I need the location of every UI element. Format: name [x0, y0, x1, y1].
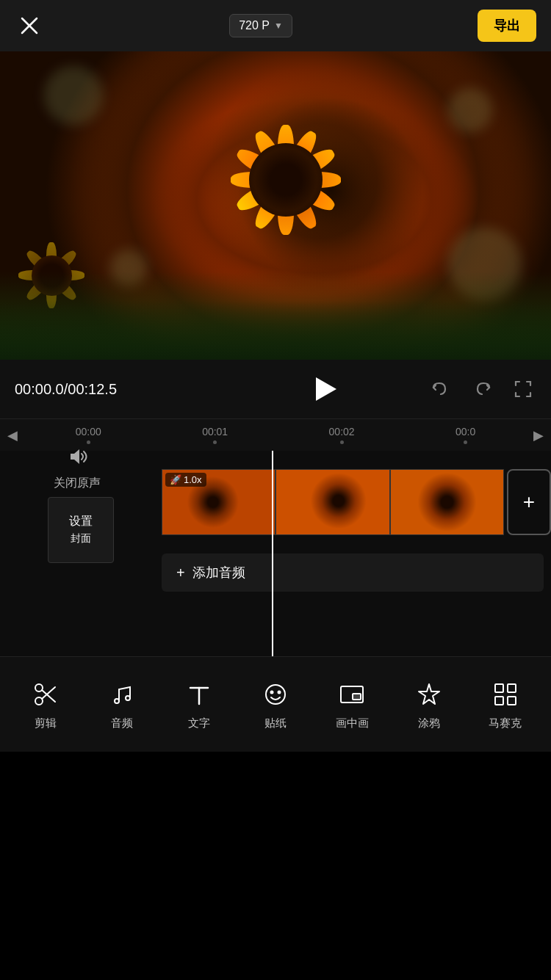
bokeh-1 [44, 66, 103, 125]
redo-button[interactable] [469, 376, 495, 402]
sunflower-main [183, 73, 389, 286]
svg-rect-18 [495, 697, 503, 705]
svg-rect-17 [508, 684, 516, 692]
bokeh-2 [448, 88, 492, 132]
ruler-mark-3: 00:0 [455, 426, 475, 444]
ruler-dot-2 [340, 440, 344, 444]
close-button[interactable] [15, 11, 44, 40]
playhead [272, 451, 273, 656]
svg-rect-16 [495, 684, 503, 692]
strip-frame-3 [390, 469, 504, 535]
total-time: 00:12.5 [68, 381, 117, 397]
music-note-icon [106, 678, 138, 711]
text-t-icon [183, 678, 215, 711]
control-icons [428, 376, 536, 402]
star-draw-icon [413, 678, 445, 711]
video-preview [0, 51, 551, 360]
add-audio-button[interactable]: + 添加音频 [162, 553, 544, 592]
track-left-controls: 关闭原声 设置 封面 [0, 442, 162, 563]
ruler-mark-2: 00:02 [329, 426, 355, 444]
cover-text-line1: 设置 [69, 514, 93, 529]
pip-icon [336, 678, 368, 711]
svg-rect-19 [508, 697, 516, 705]
ruler-dot-3 [464, 440, 467, 444]
strip-frame-2 [276, 469, 389, 535]
tool-sticker[interactable]: 贴纸 [246, 678, 305, 730]
ruler-dot-1 [213, 440, 217, 444]
svg-point-11 [270, 692, 273, 694]
play-icon [316, 377, 336, 401]
svg-rect-14 [353, 694, 361, 700]
video-strip[interactable]: 🚀 1.0x + [162, 469, 551, 535]
mosaic-icon [489, 678, 522, 711]
mute-icon [62, 442, 92, 471]
current-time: 00:00.0 [15, 381, 64, 397]
cover-text-line2: 封面 [71, 532, 91, 545]
smiley-icon [259, 678, 292, 711]
tool-audio-label: 音频 [111, 716, 133, 730]
tool-cut-label: 剪辑 [35, 716, 57, 730]
scissors-icon [29, 678, 62, 711]
tool-mosaic-label: 马赛克 [489, 716, 522, 730]
speed-badge[interactable]: 🚀 1.0x [165, 473, 206, 487]
svg-line-5 [42, 690, 55, 702]
ruler-arrow-right[interactable]: ▶ [533, 427, 544, 443]
play-button[interactable] [221, 371, 428, 407]
cover-thumbnail[interactable]: 设置 封面 [48, 497, 114, 563]
export-button[interactable]: 导出 [478, 10, 536, 42]
svg-point-12 [278, 692, 280, 694]
bottom-shadow [0, 301, 551, 360]
svg-marker-15 [419, 684, 439, 704]
tool-audio[interactable]: 音频 [93, 678, 151, 730]
quality-selector[interactable]: 720 P ▼ [229, 14, 292, 37]
speed-value: 1.0x [184, 474, 202, 485]
timeline-area: 关闭原声 设置 封面 🚀 1.0x + [0, 451, 551, 656]
video-track: 关闭原声 设置 封面 🚀 1.0x + [0, 451, 551, 546]
mute-control[interactable]: 关闭原声 [54, 442, 101, 491]
bottom-toolbar: 剪辑 音频 文字 [0, 656, 551, 752]
tool-mosaic[interactable]: 马赛克 [476, 678, 535, 730]
svg-point-7 [126, 696, 130, 700]
tool-text-label: 文字 [188, 716, 210, 730]
video-background [0, 51, 551, 360]
ruler-arrow-left[interactable]: ◀ [7, 427, 18, 443]
top-bar: 720 P ▼ 导出 [0, 0, 551, 51]
svg-line-4 [42, 687, 55, 699]
tool-draw[interactable]: 涂鸦 [400, 678, 458, 730]
tool-text[interactable]: 文字 [170, 678, 228, 730]
add-audio-plus-icon: + [176, 565, 185, 581]
add-clip-icon: + [523, 490, 535, 514]
add-audio-label: 添加音频 [192, 564, 245, 581]
mute-label: 关闭原声 [54, 476, 101, 491]
tool-pip[interactable]: 画中画 [323, 678, 381, 730]
tool-cut[interactable]: 剪辑 [16, 678, 75, 730]
add-clip-button[interactable]: + [507, 469, 551, 535]
tool-draw-label: 涂鸦 [418, 716, 440, 730]
player-controls: 00:00.0/00:12.5 [0, 360, 551, 418]
speed-icon: 🚀 [170, 474, 181, 485]
tool-pip-label: 画中画 [336, 716, 369, 730]
fullscreen-button[interactable] [510, 376, 536, 402]
tool-sticker-label: 贴纸 [264, 716, 287, 730]
svg-point-6 [115, 699, 119, 703]
time-display: 00:00.0/00:12.5 [15, 381, 221, 398]
sunflower-center [249, 143, 323, 217]
ruler-mark-1: 00:01 [202, 426, 228, 444]
quality-label: 720 P [239, 19, 270, 32]
quality-arrow-icon: ▼ [274, 21, 283, 31]
undo-button[interactable] [428, 376, 454, 402]
svg-point-10 [266, 685, 285, 704]
